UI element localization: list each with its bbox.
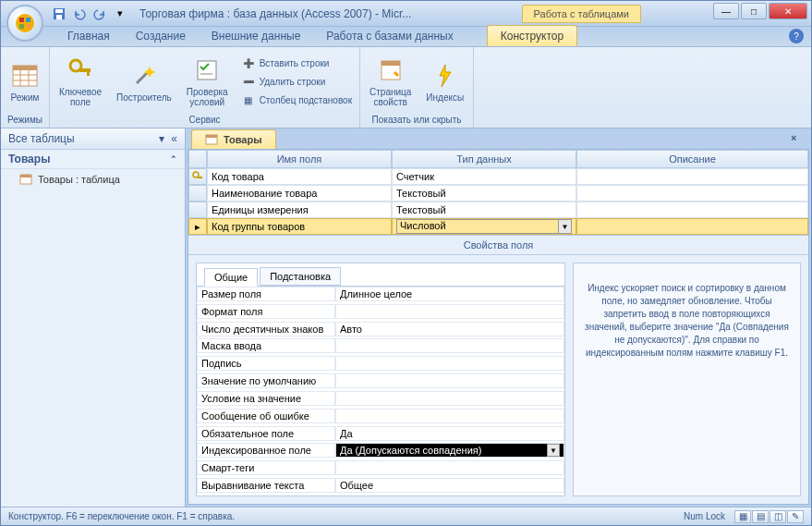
status-text: Конструктор. F6 = переключение окон. F1 …: [8, 511, 235, 521]
row-selector[interactable]: [188, 168, 207, 185]
ribbon-group-tools: Ключевое поле Построитель Проверка услов…: [50, 47, 360, 128]
view-button[interactable]: Режим: [6, 59, 43, 104]
help-icon[interactable]: ?: [789, 29, 804, 43]
office-button[interactable]: [6, 5, 43, 42]
tab-create[interactable]: Создание: [123, 26, 199, 46]
ribbon-group-showhide: Страница свойств Индексы Показать или ск…: [360, 47, 474, 128]
field-properties-title: Свойства поля: [188, 235, 808, 255]
prop-value[interactable]: Авто: [335, 322, 564, 336]
qat-more-icon[interactable]: ▾: [112, 6, 128, 22]
row-selector[interactable]: [188, 185, 207, 202]
lookup-column-button[interactable]: ▦Столбец подстановок: [239, 92, 354, 108]
field-name-cell[interactable]: Единицы измерения: [207, 202, 392, 218]
validation-label: Проверка условий: [187, 87, 228, 107]
col-fieldname[interactable]: Имя поля: [207, 150, 392, 168]
redo-icon[interactable]: [91, 6, 108, 22]
nav-item-tovary-table[interactable]: Товары : таблица: [1, 169, 185, 190]
group-showhide-label: Показать или скрыть: [366, 114, 467, 126]
row-selector[interactable]: [188, 202, 207, 218]
field-name-cell[interactable]: Код товара: [207, 168, 392, 185]
insert-row-icon: ➕: [241, 55, 256, 70]
prop-value[interactable]: Длинное целое: [335, 287, 564, 301]
svg-rect-25: [206, 135, 217, 138]
prop-label: Размер поля: [197, 287, 335, 301]
insert-rows-button[interactable]: ➕Вставить строки: [239, 55, 354, 71]
svg-rect-2: [26, 18, 30, 22]
tab-dbtools[interactable]: Работа с базами данных: [313, 26, 466, 46]
property-help-text: Индекс ускоряет поиск и сортировку в дан…: [573, 263, 801, 496]
view-pivottable-button[interactable]: ▤: [752, 510, 769, 523]
tab-general[interactable]: Общие: [204, 268, 258, 287]
svg-rect-7: [56, 15, 62, 19]
delete-rows-button[interactable]: ➖Удалить строки: [239, 73, 354, 90]
tab-home[interactable]: Главная: [55, 26, 123, 46]
prop-label: Формат поля: [197, 304, 335, 319]
prop-label: Значение по умолчанию: [197, 373, 335, 388]
undo-icon[interactable]: [71, 6, 88, 22]
field-name-cell[interactable]: Наименование товара: [207, 185, 392, 202]
prop-value[interactable]: [335, 338, 564, 353]
lightning-icon: [430, 61, 460, 91]
tab-lookup[interactable]: Подстановка: [260, 267, 341, 286]
collapse-icon[interactable]: «: [171, 132, 177, 145]
col-description[interactable]: Описание: [576, 150, 808, 168]
prop-value[interactable]: [335, 356, 564, 371]
indexes-button[interactable]: Индексы: [422, 59, 467, 104]
nav-header[interactable]: Все таблицы ▾ «: [1, 128, 185, 150]
save-icon[interactable]: [51, 6, 67, 22]
field-type-cell[interactable]: Счетчик: [392, 168, 576, 185]
prop-value[interactable]: Общее: [335, 478, 564, 493]
builder-button[interactable]: Построитель: [113, 59, 176, 104]
view-datasheet-button[interactable]: ▦: [734, 510, 751, 523]
field-type-cell[interactable]: Текстовый: [392, 202, 576, 218]
chevron-up-icon: ⌃: [170, 154, 177, 164]
view-design-button[interactable]: ✎: [787, 510, 804, 523]
tab-design[interactable]: Конструктор: [487, 25, 577, 46]
prop-value[interactable]: Да: [335, 426, 564, 441]
table-icon: [205, 133, 218, 146]
field-type-cell[interactable]: Текстовый: [392, 185, 576, 202]
doc-close-button[interactable]: ×: [791, 132, 804, 145]
prop-label: Индексированное поле: [197, 443, 335, 458]
field-design-grid: Имя поля Тип данных Описание Код товара …: [188, 150, 808, 235]
nav-group-tovary[interactable]: Товары ⌃: [1, 150, 185, 169]
prop-label: Смарт-теги: [197, 460, 335, 475]
wand-icon: [129, 61, 159, 91]
row-selector-active[interactable]: ▸: [188, 218, 207, 235]
dropdown-icon[interactable]: ▼: [558, 220, 571, 233]
svg-rect-16: [87, 68, 90, 76]
prop-value[interactable]: Да (Допускаются совпадения)▼: [335, 443, 564, 458]
close-button[interactable]: ✕: [769, 3, 807, 19]
field-desc-cell[interactable]: [576, 185, 808, 202]
field-desc-cell[interactable]: [576, 218, 808, 235]
field-desc-cell[interactable]: [576, 202, 808, 218]
validation-button[interactable]: Проверка условий: [183, 54, 232, 109]
datasheet-icon: [10, 61, 40, 91]
navigation-pane: Все таблицы ▾ « Товары ⌃ Товары : таблиц…: [1, 128, 186, 507]
property-sheet-button[interactable]: Страница свойств: [366, 54, 415, 109]
minimize-button[interactable]: —: [713, 3, 739, 19]
col-datatype[interactable]: Тип данных: [392, 150, 576, 168]
chevron-down-icon[interactable]: ▾: [159, 132, 164, 145]
view-pivotchart-button[interactable]: ◫: [770, 510, 786, 523]
tab-external[interactable]: Внешние данные: [199, 26, 314, 46]
indexes-label: Индексы: [426, 92, 464, 103]
svg-rect-18: [198, 61, 216, 80]
field-type-cell[interactable]: Числовой▼: [392, 218, 576, 235]
doc-tab-tovary[interactable]: Товары: [191, 129, 276, 149]
prop-value[interactable]: [335, 373, 564, 388]
prop-value[interactable]: [335, 409, 564, 423]
prop-label: Число десятичных знаков: [197, 322, 335, 336]
svg-rect-1: [19, 18, 24, 22]
primary-key-label: Ключевое поле: [59, 87, 102, 107]
prop-value[interactable]: [335, 304, 564, 319]
field-name-cell[interactable]: Код группы товаров: [207, 218, 392, 235]
prop-value[interactable]: [335, 391, 564, 406]
field-desc-cell[interactable]: [576, 168, 808, 185]
dropdown-icon[interactable]: ▼: [547, 444, 560, 457]
prop-value[interactable]: [335, 460, 564, 475]
ribbon: Режим Режимы Ключевое поле Построитель П…: [1, 47, 811, 128]
primary-key-button[interactable]: Ключевое поле: [55, 54, 105, 109]
property-sheet-label: Страница свойств: [370, 87, 411, 107]
maximize-button[interactable]: □: [741, 3, 767, 19]
